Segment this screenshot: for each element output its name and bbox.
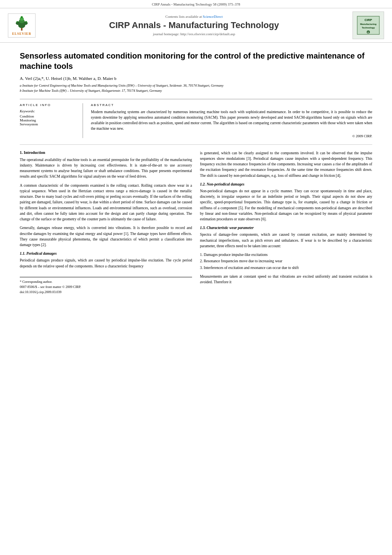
article-info: ARTICLE INFO Keywords: Condition Monitor…: [20, 103, 83, 138]
abstract-copyright: © 2009 CIRP.: [91, 134, 372, 138]
footnote-corresponding: * Corresponding author.: [20, 280, 192, 284]
affiliation-b: b Institute for Machine Tools (IfW) – Un…: [20, 88, 372, 93]
article-info-title: ARTICLE INFO: [20, 103, 78, 107]
journal-main-title: CIRP Annals - Manufacturing Technology: [40, 20, 349, 30]
right-column: is generated, which can be clearly assig…: [200, 150, 372, 295]
journal-citation: CIRP Annals - Manufacturing Technology 5…: [152, 2, 240, 6]
journal-homepage: journal homepage: http://ees.elsevier.co…: [40, 32, 349, 36]
cirp-logo-icon: CIRP Manufacturing Technology G: [356, 15, 380, 35]
keyword-3: Servosystem: [20, 122, 78, 126]
affiliation-a: a Institute for Control Engineering of M…: [20, 83, 372, 88]
subsection-12-heading: 1.2. Non-periodical damages: [200, 182, 372, 186]
elsevier-tree-icon: [12, 15, 32, 31]
intro-para2: A common characteristic of the component…: [20, 183, 192, 222]
keyword-2: Monitoring: [20, 118, 78, 122]
wear-list-item-2: 2. Resonance frequencies move due to inc…: [200, 258, 372, 264]
abstract-text: Modern manufacturing systems are charact…: [91, 109, 372, 132]
footnote-area: * Corresponding author. 0007-8506/$ – se…: [20, 277, 192, 294]
article-info-abstract: ARTICLE INFO Keywords: Condition Monitor…: [20, 99, 372, 138]
subsection-13-heading: 1.3. Characteristic wear parameter: [200, 226, 372, 230]
svg-rect-0: [21, 28, 23, 30]
affiliations: a Institute for Control Engineering of M…: [20, 83, 372, 93]
authors-text: A. Verl (2)a,*, U. Heisel (1)b, M. Walth…: [20, 76, 117, 81]
keyword-1: Condition: [20, 114, 78, 118]
intro-para1: The operational availability of machine …: [20, 157, 192, 180]
top-bar: CIRP Annals - Manufacturing Technology 5…: [0, 0, 392, 8]
svg-text:Manufacturing: Manufacturing: [360, 23, 377, 25]
svg-point-6: [17, 21, 18, 23]
wear-list-item-1: 1. Damages produce impulse-like excitati…: [200, 252, 372, 258]
sub11-text: Periodical damages produce signals, whic…: [20, 258, 192, 269]
sciencedirect-link[interactable]: ScienceDirect: [203, 15, 222, 19]
elsevier-wordmark: ELSEVIER: [12, 32, 31, 36]
right-intro-text: is generated, which can be clearly assig…: [200, 150, 372, 178]
divider: [20, 144, 372, 145]
paper-title: Sensorless automated condition monitorin…: [20, 51, 372, 71]
intro-para3: Generally, damages release energy, which…: [20, 225, 192, 248]
abstract-block: ABSTRACT Modern manufacturing systems ar…: [91, 103, 372, 138]
abstract-title: ABSTRACT: [91, 103, 372, 107]
sub13-text: Spectra of damage-free components, which…: [200, 232, 372, 249]
footnote-doi-text: 0007-8506/$ – see front matter © 2009 CI…: [20, 285, 192, 289]
paper-content: Sensorless automated condition monitorin…: [0, 43, 392, 303]
authors: A. Verl (2)a,*, U. Heisel (1)b, M. Walth…: [20, 76, 372, 81]
keywords-label: Keywords:: [20, 109, 78, 113]
two-column-body: 1. Introduction The operational availabi…: [20, 150, 372, 295]
svg-point-7: [26, 21, 27, 23]
section-1-heading: 1. Introduction: [20, 150, 192, 155]
journal-logo-right: CIRP Manufacturing Technology G: [352, 11, 384, 39]
measurements-text: Measurements are taken at constant speed…: [200, 274, 372, 285]
svg-text:G: G: [368, 31, 369, 34]
elsevier-logo: ELSEVIER: [8, 13, 36, 38]
sub12-text: Non-periodical damages do not appear in …: [200, 188, 372, 222]
left-column: 1. Introduction The operational availabi…: [20, 150, 192, 295]
wear-list-item-3: 3. Interferences of excitation and reson…: [200, 265, 372, 271]
journal-header: ELSEVIER Contents lists available at Sci…: [0, 8, 392, 43]
svg-text:CIRP: CIRP: [364, 18, 372, 22]
svg-text:Technology: Technology: [362, 27, 375, 29]
contents-line: Contents lists available at ScienceDirec…: [40, 15, 349, 19]
svg-point-8: [21, 16, 23, 18]
wear-list: 1. Damages produce impulse-like excitati…: [200, 252, 372, 271]
subsection-11-heading: 1.1. Periodical damages: [20, 252, 192, 256]
cirp-logo-box: CIRP Manufacturing Technology G: [352, 11, 384, 39]
journal-title-block: Contents lists available at ScienceDirec…: [40, 15, 349, 36]
footnote-doi: doi:10.1016/j.cirp.2009.03.039: [20, 290, 192, 294]
